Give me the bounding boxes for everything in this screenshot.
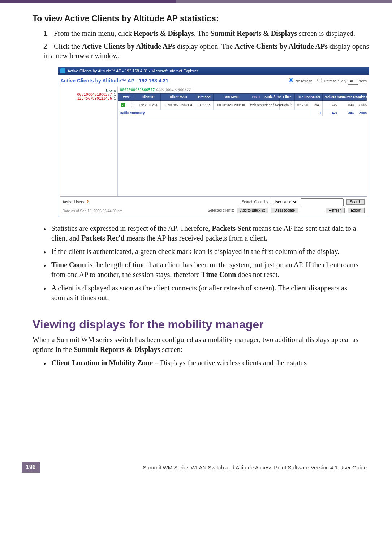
table-row[interactable]: ✓ 172.29.0.254 00:0F:B5:97:3A:E3 802.11a… (118, 100, 367, 110)
body-paragraph: When a Summit WM series switch has been … (33, 335, 359, 354)
traffic-summary-row: Traffic Summary 1 427 843 3665 (118, 110, 367, 116)
row-select-checkbox[interactable] (128, 100, 135, 110)
col-filter: Filter (280, 93, 295, 100)
col-packets-recd: Packets Rec'd (339, 93, 355, 100)
mac-title-row: 0001000401800577 0001000401800577 (118, 88, 367, 93)
window-title: Active Clients by Altitude™ AP - 192.168… (68, 69, 198, 73)
selected-clients-label: Selected clients: (208, 208, 234, 212)
auth-check-icon: ✓ (118, 100, 128, 110)
no-refresh-radio[interactable]: No refresh (287, 79, 312, 83)
disassociate-button[interactable]: Disassociate (271, 208, 298, 213)
ie-icon (60, 68, 65, 73)
bullet-list: Statistics are expressed in respect of t… (43, 224, 359, 303)
list-item: If the client is authenticated, a green … (43, 247, 359, 256)
step-number: 2 (43, 42, 52, 51)
list-item: A client is displayed as soon as the cli… (43, 283, 359, 303)
top-bar (0, 0, 392, 3)
refresh-interval-input[interactable] (348, 78, 358, 85)
list-item: Client Location in Mobility Zone – Displ… (43, 358, 359, 368)
user-mac[interactable]: 1234567890123456 (77, 97, 112, 101)
page-number: 196 (22, 462, 40, 473)
list-item: Time Conn is the length of time that a c… (43, 260, 359, 280)
col-ssid: SSID (249, 93, 263, 100)
col-time: Time Conn. (295, 93, 311, 100)
col-bss-mac: BSS MAC (214, 93, 249, 100)
page-title: Active Clients by Altitude™ AP - 192.168… (60, 78, 168, 84)
step-list: 1 From the main menu, click Reports & Di… (43, 29, 370, 60)
user-mac[interactable]: 0001000401800577 (77, 93, 112, 97)
step-number: 1 (43, 29, 52, 38)
col-client-mac: Client MAC (161, 93, 196, 100)
col-packets-sent: Packets Sent (323, 93, 339, 100)
list-item: Statistics are expressed in respect of t… (43, 224, 359, 243)
step-item: 2 Click the Active Clients by Altitude A… (43, 42, 370, 60)
clients-table: WAP Client IP Client MAC Protocol BSS MA… (118, 93, 367, 196)
add-to-blacklist-button[interactable]: Add to Blacklist (237, 208, 268, 213)
refresh-controls: No refresh Refresh every secs (287, 77, 367, 85)
table-header-row: WAP Client IP Client MAC Protocol BSS MA… (118, 93, 367, 100)
search-mode-select[interactable]: User name (271, 199, 298, 205)
col-auth: Auth. / Prv. (263, 93, 280, 100)
section-title: To view Active Clients by Altitude AP st… (33, 14, 370, 24)
screenshot-figure: Active Clients by Altitude™ AP - 192.168… (58, 67, 369, 217)
bullet-list: Client Location in Mobility Zone – Displ… (43, 358, 359, 368)
export-button[interactable]: Export (348, 208, 365, 213)
date-stamp: Date as of Sep 18, 2006 05:44:00 pm (63, 209, 122, 213)
window-titlebar: Active Clients by Altitude™ AP - 192.168… (58, 67, 369, 75)
search-input[interactable] (301, 198, 344, 206)
col-protocol: Protocol (196, 93, 214, 100)
step-item: 1 From the main menu, click Reports & Di… (43, 29, 370, 38)
search-client-label: Search Client by (242, 200, 268, 204)
search-button[interactable]: Search (346, 199, 365, 205)
col-bytes-sent: Bytes Sent (355, 93, 367, 100)
refresh-every-radio[interactable]: Refresh every (315, 79, 346, 83)
col-client-ip: Client IP (135, 93, 161, 100)
col-wap: WAP (118, 93, 135, 100)
users-sidebar: Users 0001000401800577 1 123456789012345… (60, 86, 118, 196)
footer-guide-title: Summit WM Series WLAN Switch and Altitud… (40, 464, 370, 471)
active-users-label: Active Users: 2 (63, 200, 89, 204)
users-header: Users (62, 89, 116, 93)
subsection-heading: Viewing displays for the mobility manage… (33, 318, 370, 331)
refresh-button[interactable]: Refresh (326, 208, 345, 213)
